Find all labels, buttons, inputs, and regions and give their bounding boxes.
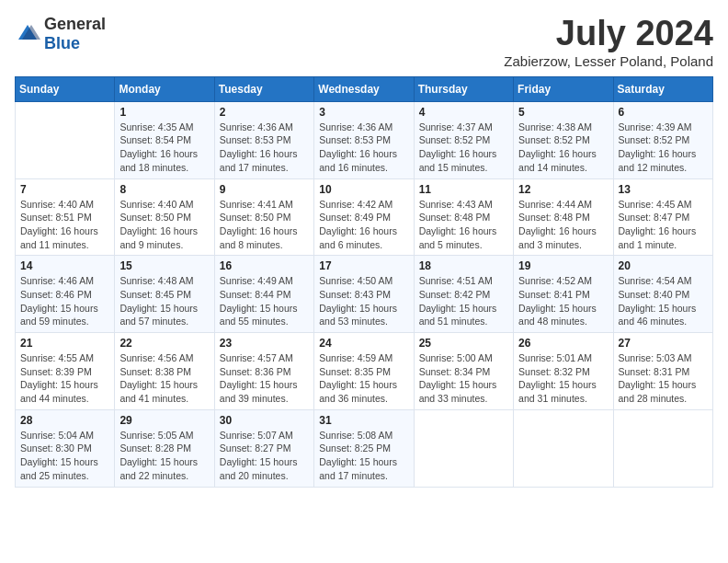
calendar-cell: 3Sunrise: 4:36 AM Sunset: 8:53 PM Daylig… [314, 101, 414, 178]
day-number: 18 [419, 259, 508, 272]
day-info: Sunrise: 4:42 AM Sunset: 8:49 PM Dayligh… [319, 198, 408, 252]
day-info: Sunrise: 5:01 AM Sunset: 8:32 PM Dayligh… [518, 351, 608, 406]
calendar-cell: 1Sunrise: 4:35 AM Sunset: 8:54 PM Daylig… [115, 101, 214, 178]
calendar-cell: 21Sunrise: 4:55 AM Sunset: 8:39 PM Dayli… [16, 333, 115, 410]
day-info: Sunrise: 4:41 AM Sunset: 8:50 PM Dayligh… [220, 198, 309, 252]
calendar-week-row: 14Sunrise: 4:46 AM Sunset: 8:46 PM Dayli… [16, 256, 713, 333]
calendar-cell: 8Sunrise: 4:40 AM Sunset: 8:50 PM Daylig… [115, 178, 214, 256]
day-info: Sunrise: 4:36 AM Sunset: 8:53 PM Dayligh… [220, 121, 309, 175]
calendar-cell: 20Sunrise: 4:54 AM Sunset: 8:40 PM Dayli… [613, 256, 712, 333]
day-number: 31 [319, 414, 408, 427]
day-header-friday: Friday [514, 76, 613, 101]
logo-text: General Blue [44, 15, 106, 53]
calendar-cell: 7Sunrise: 4:40 AM Sunset: 8:51 PM Daylig… [16, 178, 115, 256]
day-number: 29 [119, 414, 209, 427]
day-header-saturday: Saturday [613, 76, 712, 101]
day-info: Sunrise: 5:08 AM Sunset: 8:25 PM Dayligh… [319, 429, 408, 483]
day-number: 9 [220, 183, 309, 196]
calendar-cell: 29Sunrise: 5:05 AM Sunset: 8:28 PM Dayli… [115, 409, 214, 487]
day-info: Sunrise: 4:37 AM Sunset: 8:52 PM Dayligh… [419, 121, 508, 175]
day-info: Sunrise: 4:35 AM Sunset: 8:54 PM Dayligh… [119, 121, 209, 175]
day-info: Sunrise: 4:44 AM Sunset: 8:48 PM Dayligh… [518, 198, 608, 252]
calendar-cell: 23Sunrise: 4:57 AM Sunset: 8:36 PM Dayli… [214, 333, 313, 410]
day-header-wednesday: Wednesday [314, 76, 414, 101]
calendar-cell: 26Sunrise: 5:01 AM Sunset: 8:32 PM Dayli… [514, 333, 613, 410]
day-number: 4 [419, 106, 508, 119]
day-number: 22 [119, 337, 209, 350]
calendar-cell: 28Sunrise: 5:04 AM Sunset: 8:30 PM Dayli… [16, 409, 115, 487]
day-number: 8 [119, 183, 209, 196]
day-number: 24 [319, 337, 408, 350]
day-number: 16 [220, 259, 309, 272]
day-info: Sunrise: 4:55 AM Sunset: 8:39 PM Dayligh… [20, 351, 109, 406]
day-number: 7 [20, 183, 109, 196]
header: General Blue July 2024 Zabierzow, Lesser… [15, 15, 713, 69]
day-info: Sunrise: 5:04 AM Sunset: 8:30 PM Dayligh… [20, 429, 109, 483]
logo-blue: Blue [44, 34, 80, 52]
logo-general: General [44, 15, 106, 33]
calendar-week-row: 7Sunrise: 4:40 AM Sunset: 8:51 PM Daylig… [16, 178, 713, 256]
calendar-cell: 5Sunrise: 4:38 AM Sunset: 8:52 PM Daylig… [514, 101, 613, 178]
day-number: 30 [220, 414, 309, 427]
day-info: Sunrise: 4:38 AM Sunset: 8:52 PM Dayligh… [518, 121, 608, 175]
day-info: Sunrise: 4:45 AM Sunset: 8:47 PM Dayligh… [619, 198, 708, 252]
day-number: 27 [619, 337, 708, 350]
calendar-cell: 17Sunrise: 4:50 AM Sunset: 8:43 PM Dayli… [314, 256, 414, 333]
day-info: Sunrise: 4:51 AM Sunset: 8:42 PM Dayligh… [419, 274, 508, 328]
day-info: Sunrise: 4:59 AM Sunset: 8:35 PM Dayligh… [319, 351, 408, 406]
calendar-cell: 14Sunrise: 4:46 AM Sunset: 8:46 PM Dayli… [16, 256, 115, 333]
day-number: 5 [518, 106, 608, 119]
calendar-cell: 18Sunrise: 4:51 AM Sunset: 8:42 PM Dayli… [414, 256, 513, 333]
calendar-table: SundayMondayTuesdayWednesdayThursdayFrid… [15, 76, 713, 488]
calendar-cell: 15Sunrise: 4:48 AM Sunset: 8:45 PM Dayli… [115, 256, 214, 333]
day-info: Sunrise: 4:54 AM Sunset: 8:40 PM Dayligh… [619, 274, 708, 328]
calendar-cell [613, 409, 712, 487]
day-number: 17 [319, 259, 408, 272]
day-info: Sunrise: 4:39 AM Sunset: 8:52 PM Dayligh… [619, 121, 708, 175]
day-header-tuesday: Tuesday [214, 76, 313, 101]
calendar-subtitle: Zabierzow, Lesser Poland, Poland [504, 53, 713, 69]
day-info: Sunrise: 4:57 AM Sunset: 8:36 PM Dayligh… [220, 351, 309, 406]
day-number: 23 [220, 337, 309, 350]
calendar-cell: 13Sunrise: 4:45 AM Sunset: 8:47 PM Dayli… [613, 178, 712, 256]
calendar-cell: 30Sunrise: 5:07 AM Sunset: 8:27 PM Dayli… [214, 409, 313, 487]
calendar-cell: 11Sunrise: 4:43 AM Sunset: 8:48 PM Dayli… [414, 178, 513, 256]
calendar-cell: 12Sunrise: 4:44 AM Sunset: 8:48 PM Dayli… [514, 178, 613, 256]
day-number: 3 [319, 106, 408, 119]
day-number: 25 [419, 337, 508, 350]
day-number: 10 [319, 183, 408, 196]
day-info: Sunrise: 5:00 AM Sunset: 8:34 PM Dayligh… [419, 351, 508, 406]
day-info: Sunrise: 4:43 AM Sunset: 8:48 PM Dayligh… [419, 198, 508, 252]
calendar-cell: 16Sunrise: 4:49 AM Sunset: 8:44 PM Dayli… [214, 256, 313, 333]
calendar-cell: 2Sunrise: 4:36 AM Sunset: 8:53 PM Daylig… [214, 101, 313, 178]
day-info: Sunrise: 4:49 AM Sunset: 8:44 PM Dayligh… [220, 274, 309, 328]
calendar-cell: 27Sunrise: 5:03 AM Sunset: 8:31 PM Dayli… [613, 333, 712, 410]
calendar-cell [16, 101, 115, 178]
day-info: Sunrise: 4:46 AM Sunset: 8:46 PM Dayligh… [20, 274, 109, 328]
calendar-cell: 6Sunrise: 4:39 AM Sunset: 8:52 PM Daylig… [613, 101, 712, 178]
day-info: Sunrise: 4:56 AM Sunset: 8:38 PM Dayligh… [119, 351, 209, 406]
day-number: 28 [20, 414, 109, 427]
calendar-cell: 4Sunrise: 4:37 AM Sunset: 8:52 PM Daylig… [414, 101, 513, 178]
day-number: 1 [119, 106, 209, 119]
calendar-cell: 31Sunrise: 5:08 AM Sunset: 8:25 PM Dayli… [314, 409, 414, 487]
calendar-title: July 2024 [504, 15, 713, 53]
day-number: 26 [518, 337, 608, 350]
day-info: Sunrise: 5:03 AM Sunset: 8:31 PM Dayligh… [619, 351, 708, 406]
logo-icon [15, 21, 40, 47]
day-number: 2 [220, 106, 309, 119]
day-number: 20 [619, 259, 708, 272]
calendar-cell: 25Sunrise: 5:00 AM Sunset: 8:34 PM Dayli… [414, 333, 513, 410]
day-number: 6 [619, 106, 708, 119]
calendar-cell: 22Sunrise: 4:56 AM Sunset: 8:38 PM Dayli… [115, 333, 214, 410]
day-number: 21 [20, 337, 109, 350]
day-info: Sunrise: 5:07 AM Sunset: 8:27 PM Dayligh… [220, 429, 309, 483]
day-number: 19 [518, 259, 608, 272]
day-info: Sunrise: 4:50 AM Sunset: 8:43 PM Dayligh… [319, 274, 408, 328]
calendar-cell [514, 409, 613, 487]
day-number: 13 [619, 183, 708, 196]
day-info: Sunrise: 4:52 AM Sunset: 8:41 PM Dayligh… [518, 274, 608, 328]
day-info: Sunrise: 4:40 AM Sunset: 8:50 PM Dayligh… [119, 198, 209, 252]
calendar-cell: 9Sunrise: 4:41 AM Sunset: 8:50 PM Daylig… [214, 178, 313, 256]
day-header-sunday: Sunday [16, 76, 115, 101]
